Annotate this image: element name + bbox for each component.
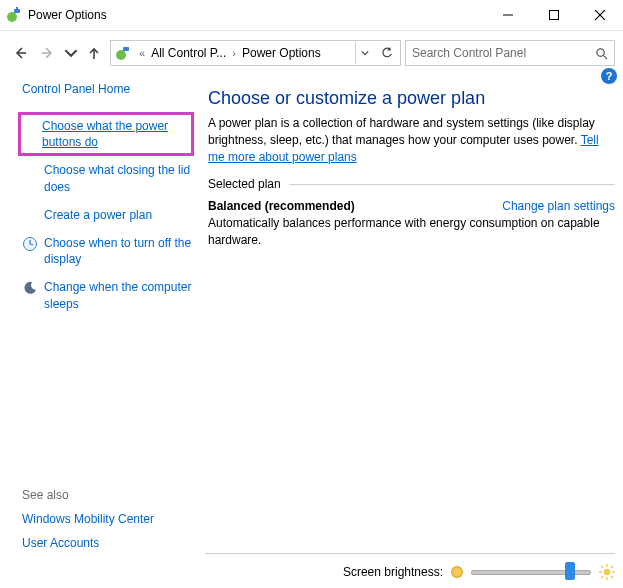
svg-line-23 xyxy=(611,576,613,578)
chevron-right-icon: › xyxy=(228,47,240,59)
sidebar-item-label: Choose when to turn off the display xyxy=(44,235,192,267)
page-heading: Choose or customize a power plan xyxy=(208,88,615,109)
svg-line-13 xyxy=(603,55,607,59)
plan-description: Automatically balances performance with … xyxy=(208,215,615,249)
sidebar-item-label: Choose what the power buttons do xyxy=(42,118,186,150)
brightness-label: Screen brightness: xyxy=(343,565,443,579)
minimize-button[interactable] xyxy=(485,0,531,30)
breadcrumb-dropdown[interactable] xyxy=(355,42,374,64)
title-bar: Power Options xyxy=(0,0,623,31)
svg-point-12 xyxy=(596,48,603,55)
maximize-button[interactable] xyxy=(531,0,577,30)
window-title: Power Options xyxy=(28,8,107,22)
see-also-mobility-center[interactable]: Windows Mobility Center xyxy=(22,512,192,526)
sidebar-item-label: Create a power plan xyxy=(44,207,152,223)
selected-plan-label: Selected plan xyxy=(208,177,281,191)
sidebar-item-label: Choose what closing the lid does xyxy=(44,162,192,194)
back-button[interactable] xyxy=(8,41,32,65)
brightness-bar: Screen brightness: xyxy=(205,553,615,580)
divider xyxy=(289,184,615,185)
power-options-icon xyxy=(6,7,22,23)
search-icon[interactable] xyxy=(592,44,610,62)
forward-button[interactable] xyxy=(36,41,60,65)
page-description: A power plan is a collection of hardware… xyxy=(208,115,615,165)
close-button[interactable] xyxy=(577,0,623,30)
sidebar-item-power-buttons[interactable]: Choose what the power buttons do xyxy=(20,114,192,154)
breadcrumb-segment-page[interactable]: Power Options xyxy=(242,46,321,60)
recent-locations-button[interactable] xyxy=(64,41,78,65)
svg-rect-2 xyxy=(16,7,18,9)
svg-line-25 xyxy=(601,576,603,578)
svg-line-22 xyxy=(601,566,603,568)
svg-point-0 xyxy=(7,12,17,22)
sidebar-item-sleep[interactable]: Change when the computer sleeps xyxy=(22,279,192,311)
breadcrumb-segment-root[interactable]: All Control P... xyxy=(151,46,226,60)
sidebar: Control Panel Home Choose what the power… xyxy=(0,70,200,588)
clock-icon xyxy=(22,236,38,252)
svg-rect-11 xyxy=(123,47,129,51)
chevron-left-icon: « xyxy=(135,47,149,59)
svg-rect-1 xyxy=(14,9,20,13)
sun-dim-icon xyxy=(451,566,463,578)
change-plan-settings-link[interactable]: Change plan settings xyxy=(502,199,615,213)
moon-icon xyxy=(22,280,38,296)
svg-line-24 xyxy=(611,566,613,568)
breadcrumb[interactable]: « All Control P... › Power Options xyxy=(110,40,401,66)
description-text: A power plan is a collection of hardware… xyxy=(208,116,595,147)
plan-name: Balanced (recommended) xyxy=(208,199,355,213)
nav-bar: « All Control P... › Power Options xyxy=(0,31,623,75)
sun-bright-icon xyxy=(599,564,615,580)
refresh-button[interactable] xyxy=(376,42,398,64)
up-button[interactable] xyxy=(82,41,106,65)
svg-rect-4 xyxy=(550,11,559,20)
main-content: Choose or customize a power plan A power… xyxy=(200,70,623,588)
see-also-heading: See also xyxy=(22,488,192,502)
search-box[interactable] xyxy=(405,40,615,66)
svg-point-17 xyxy=(604,569,610,575)
sidebar-item-label: Change when the computer sleeps xyxy=(44,279,192,311)
brightness-slider[interactable] xyxy=(471,564,591,580)
control-panel-home-link[interactable]: Control Panel Home xyxy=(22,82,192,96)
sidebar-item-display-off[interactable]: Choose when to turn off the display xyxy=(22,235,192,267)
see-also-user-accounts[interactable]: User Accounts xyxy=(22,536,192,550)
brightness-slider-thumb[interactable] xyxy=(565,562,575,580)
sidebar-item-closing-lid[interactable]: Choose what closing the lid does xyxy=(22,162,192,194)
svg-point-10 xyxy=(116,50,126,60)
power-options-icon xyxy=(115,45,131,61)
search-input[interactable] xyxy=(410,45,592,61)
sidebar-item-create-plan[interactable]: Create a power plan xyxy=(22,207,192,223)
